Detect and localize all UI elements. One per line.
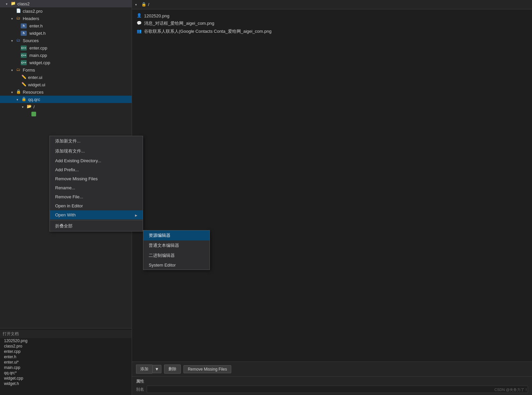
sub-resource-editor[interactable]: 资源编辑器: [143, 230, 210, 240]
resource-item-label-0: 1202520.png: [144, 13, 169, 18]
resource-item-0[interactable]: 👤 1202520.png: [135, 12, 529, 19]
icon-main-cpp: C++: [21, 53, 27, 58]
resource-item-2[interactable]: 👥 谷歌联系人联系人(Google Contacts Conta_爱给网_aig…: [135, 27, 529, 35]
icon-sources: 🗂: [15, 38, 21, 43]
arrow-qq-qrc: [16, 98, 20, 101]
tree-label-widget-ui: widget.ui: [28, 82, 45, 87]
arrow-sources: [11, 39, 15, 42]
bottom-file-item-8[interactable]: widget.h: [0, 381, 132, 386]
tree-label-class2pro: class2.pro: [23, 9, 42, 14]
add-button-group: 添加 ▼: [136, 365, 161, 374]
tree-item-enter-cpp[interactable]: C++ enter.cpp: [0, 44, 132, 52]
tree-label-enter-h: enter.h: [29, 23, 43, 28]
tree-item-sources[interactable]: 🗂 Sources: [0, 37, 132, 44]
icon-slash-folder: 📂: [26, 104, 32, 109]
ctx-add-existing-label: 添加现有文件...: [55, 148, 85, 154]
ctx-open-with[interactable]: Open With: [50, 210, 143, 219]
tree-item-enter-h[interactable]: h enter.h: [0, 22, 132, 29]
add-button[interactable]: 添加: [136, 365, 152, 374]
tree-item-forms[interactable]: 🗂 Forms: [0, 66, 132, 74]
ctx-add-dir-label: Add Existing Directory...: [55, 158, 101, 163]
sub-text-editor[interactable]: 普通文本编辑器: [143, 240, 210, 251]
resource-item-label-2: 谷歌联系人联系人(Google Contacts Conta_爱给网_aigei…: [144, 28, 271, 34]
arrow-headers: [11, 17, 15, 20]
tree-label-enter-cpp: enter.cpp: [29, 45, 47, 51]
bottom-list-header: 打开文档: [0, 330, 132, 338]
ctx-rename[interactable]: Rename...: [50, 183, 143, 192]
tree-item-widget-cpp[interactable]: C++ widget.cpp: [0, 59, 132, 66]
tree-item-image-small[interactable]: [0, 110, 132, 118]
tree-item-class2[interactable]: 📁 class2: [0, 0, 132, 7]
add-dropdown-arrow[interactable]: ▼: [152, 365, 161, 373]
ctx-remove-file[interactable]: Remove File...: [50, 192, 143, 201]
tree-item-widget-ui[interactable]: ✏️ widget.ui: [0, 81, 132, 88]
sub-resource-editor-label: 资源编辑器: [149, 233, 170, 238]
sub-binary-editor[interactable]: 二进制编辑器: [143, 251, 210, 261]
delete-button[interactable]: 删除: [164, 365, 181, 374]
icon-widget-cpp: C++: [21, 60, 27, 65]
bottom-file-item-4[interactable]: enter.ui*: [0, 360, 132, 365]
icon-widget-h: h: [21, 31, 27, 36]
ctx-remove-missing[interactable]: Remove Missing Files: [50, 174, 143, 183]
tree-item-enter-ui[interactable]: ✏️ enter.ui: [0, 74, 132, 81]
tree-item-main-cpp[interactable]: C++ main.cpp: [0, 52, 132, 59]
ctx-add-prefix-label: Add Prefix...: [55, 167, 79, 172]
resource-arrow: [135, 3, 139, 6]
resource-folder-icon: 🔒: [141, 2, 147, 7]
tree-item-headers[interactable]: 🗂 Headers: [0, 15, 132, 22]
ctx-remove-missing-label: Remove Missing Files: [55, 176, 98, 181]
resource-toolbar: 添加 ▼ 删除 Remove Missing Files: [132, 362, 532, 376]
ctx-add-prefix[interactable]: Add Prefix...: [50, 165, 143, 174]
icon-enter-ui: ✏️: [21, 75, 27, 80]
icon-qq-qrc: 🔒: [21, 97, 27, 102]
resource-header-label: /: [148, 2, 149, 7]
remove-missing-button[interactable]: Remove Missing Files: [183, 365, 231, 373]
ctx-open-with-arrow: [135, 212, 137, 217]
ctx-collapse-all-label: 折叠全部: [55, 223, 73, 229]
folder-icon-class2: 📁: [10, 1, 16, 6]
arrow-class2: [5, 2, 9, 6]
ctx-add-existing[interactable]: 添加现有文件...: [50, 146, 143, 156]
ctx-open-editor[interactable]: Open in Editor: [50, 201, 143, 210]
ctx-open-editor-label: Open in Editor: [55, 203, 83, 208]
tree-item-widget-h[interactable]: h widget.h: [0, 29, 132, 37]
arrow-resources: [11, 90, 15, 94]
alias-input[interactable]: [147, 386, 528, 393]
bottom-file-item-0[interactable]: 1202520.png: [0, 338, 132, 343]
properties-section: 属性 别名: [132, 376, 532, 395]
tree-item-slash[interactable]: 📂 /: [0, 103, 132, 110]
resource-item-icon-0: 👤: [136, 13, 142, 18]
bottom-file-item-2[interactable]: enter.cpp: [0, 349, 132, 354]
resource-header: 🔒 /: [132, 0, 532, 9]
tree-item-class2pro[interactable]: 📄 class2.pro: [0, 7, 132, 15]
tree-label-resources: Resources: [23, 90, 43, 95]
right-panel: 🔒 / 👤 1202520.png 💬 消息_对话框_爱给网_aigei_com…: [132, 0, 532, 395]
alias-label: 别名: [136, 387, 144, 392]
bottom-file-item-6[interactable]: qq.qrc*: [0, 370, 132, 376]
ctx-add-new[interactable]: 添加新文件...: [50, 136, 143, 146]
icon-enter-cpp: C++: [21, 45, 27, 51]
ctx-remove-file-label: Remove File...: [55, 194, 83, 199]
bottom-file-item-7[interactable]: widget.cpp: [0, 376, 132, 381]
tree-item-resources[interactable]: 🔒 Resources: [0, 88, 132, 96]
sub-system-editor[interactable]: System Editor: [143, 261, 210, 270]
bottom-file-item-1[interactable]: class2.pro: [0, 343, 132, 349]
tree-item-qq-qrc[interactable]: 🔒 qq.qrc: [0, 96, 132, 103]
bottom-file-item-3[interactable]: enter.h: [0, 354, 132, 360]
ctx-collapse-all[interactable]: 折叠全部: [50, 221, 143, 231]
resource-item-icon-2: 👥: [136, 29, 142, 34]
icon-class2pro: 📄: [15, 8, 21, 14]
ctx-separator: [50, 220, 143, 220]
tree-label-headers: Headers: [23, 16, 39, 21]
icon-enter-h: h: [21, 23, 27, 28]
bottom-file-item-5[interactable]: main.cpp: [0, 365, 132, 370]
context-menu: 添加新文件... 添加现有文件... Add Existing Director…: [49, 136, 143, 231]
arrow-forms: [11, 68, 15, 72]
ctx-open-with-label: Open With: [55, 212, 76, 217]
resource-item-1[interactable]: 💬 消息_对话框_爱给网_aigei_com.png: [135, 19, 529, 27]
icon-headers: 🗂: [15, 16, 21, 21]
ctx-add-dir[interactable]: Add Existing Directory...: [50, 156, 143, 165]
tree-label-qq-qrc: qq.qrc: [28, 97, 40, 102]
tree-label-enter-ui: enter.ui: [28, 75, 42, 80]
resource-list: 👤 1202520.png 💬 消息_对话框_爱给网_aigei_com.png…: [132, 9, 532, 362]
